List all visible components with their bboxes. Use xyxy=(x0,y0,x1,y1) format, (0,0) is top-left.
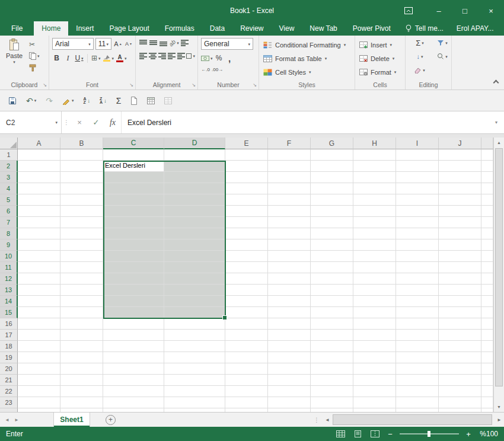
cell-C17[interactable] xyxy=(103,330,164,341)
sort-filter-button[interactable]: ▾ xyxy=(431,38,454,47)
cell-A5[interactable] xyxy=(18,194,60,206)
cell-F9[interactable] xyxy=(268,239,311,251)
top-align-button[interactable] xyxy=(139,38,148,47)
row-header-14[interactable]: 14 xyxy=(0,296,18,307)
name-box-dropdown-icon[interactable]: ▾ xyxy=(55,120,58,124)
cell-D23[interactable] xyxy=(164,397,225,408)
cell-A16[interactable] xyxy=(18,318,60,330)
column-header-j[interactable]: J xyxy=(439,138,481,149)
cell-B21[interactable] xyxy=(60,375,103,386)
cell-E13[interactable] xyxy=(225,285,268,296)
cell-B16[interactable] xyxy=(60,318,103,330)
print-area-button[interactable] xyxy=(160,94,177,108)
cell-B3[interactable] xyxy=(60,172,103,183)
accounting-format-button[interactable]: ▾ xyxy=(201,53,213,63)
orientation-button[interactable]: ab▾ xyxy=(169,38,179,47)
cell-H6[interactable] xyxy=(353,206,396,217)
cell-B11[interactable] xyxy=(60,262,103,273)
cell-A19[interactable] xyxy=(18,352,60,363)
share-button[interactable]: Share xyxy=(500,21,504,36)
cell-C6[interactable] xyxy=(103,206,164,217)
cell-A6[interactable] xyxy=(18,206,60,217)
horizontal-scrollbar[interactable]: ◄ ► xyxy=(323,413,504,427)
undo-button[interactable]: ↶▾ xyxy=(21,94,41,108)
number-format-select[interactable]: General▾ xyxy=(201,38,253,50)
cell-F16[interactable] xyxy=(268,318,311,330)
cell-G24[interactable] xyxy=(311,408,353,412)
middle-align-button[interactable] xyxy=(149,38,158,47)
cell-J20[interactable] xyxy=(439,363,481,375)
cell-D14[interactable] xyxy=(164,296,225,307)
cell-G12[interactable] xyxy=(311,273,353,285)
cell-F2[interactable] xyxy=(268,161,311,172)
cell-E4[interactable] xyxy=(225,183,268,194)
comma-style-button[interactable]: , xyxy=(225,53,234,63)
cell-J21[interactable] xyxy=(439,375,481,386)
cell-H23[interactable] xyxy=(353,397,396,408)
cell-E21[interactable] xyxy=(225,375,268,386)
cell-B10[interactable] xyxy=(60,251,103,262)
add-sheet-button[interactable]: + xyxy=(106,415,116,425)
format-painter-button[interactable] xyxy=(29,63,40,72)
cell-I18[interactable] xyxy=(396,341,439,352)
cell-J18[interactable] xyxy=(439,341,481,352)
cell-A13[interactable] xyxy=(18,285,60,296)
paste-button[interactable]: Paste ▾ xyxy=(3,38,25,80)
row-header-24[interactable] xyxy=(0,408,18,412)
tab-data[interactable]: Data xyxy=(202,21,232,36)
cell-D11[interactable] xyxy=(164,262,225,273)
cell-D18[interactable] xyxy=(164,341,225,352)
cell-B8[interactable] xyxy=(60,228,103,239)
cell-H19[interactable] xyxy=(353,352,396,363)
cell-D24[interactable] xyxy=(164,408,225,412)
zoom-level[interactable]: %100 xyxy=(478,430,498,438)
cell-B2[interactable] xyxy=(60,161,103,172)
cell-H11[interactable] xyxy=(353,262,396,273)
cell-H3[interactable] xyxy=(353,172,396,183)
cell-G10[interactable] xyxy=(311,251,353,262)
fill-color-button[interactable]: ▾ xyxy=(103,53,114,63)
cell-A21[interactable] xyxy=(18,375,60,386)
row-header-23[interactable]: 23 xyxy=(0,397,18,408)
cell-styles-button[interactable]: Cell Styles▾ xyxy=(262,65,352,79)
cell-B19[interactable] xyxy=(60,352,103,363)
cell-H20[interactable] xyxy=(353,363,396,375)
cell-I10[interactable] xyxy=(396,251,439,262)
cell-E1[interactable] xyxy=(225,149,268,161)
cell-J5[interactable] xyxy=(439,194,481,206)
cell-F11[interactable] xyxy=(268,262,311,273)
row-header-8[interactable]: 8 xyxy=(0,228,18,239)
cell-A4[interactable] xyxy=(18,183,60,194)
cell-C7[interactable] xyxy=(103,217,164,228)
cell-G9[interactable] xyxy=(311,239,353,251)
tab-new-tab[interactable]: New Tab xyxy=(302,21,344,36)
cell-D2[interactable] xyxy=(164,161,225,172)
row-header-5[interactable]: 5 xyxy=(0,194,18,206)
cell-A18[interactable] xyxy=(18,341,60,352)
cell-G20[interactable] xyxy=(311,363,353,375)
formula-bar-expand-button[interactable]: ▾ xyxy=(489,111,504,133)
cell-I1[interactable] xyxy=(396,149,439,161)
row-header-9[interactable]: 9 xyxy=(0,239,18,251)
cell-B13[interactable] xyxy=(60,285,103,296)
cell-D20[interactable] xyxy=(164,363,225,375)
cell-C23[interactable] xyxy=(103,397,164,408)
cell-A8[interactable] xyxy=(18,228,60,239)
tab-splitter-handle[interactable]: ⋮ xyxy=(314,413,320,427)
cell-E2[interactable] xyxy=(225,161,268,172)
cell-I2[interactable] xyxy=(396,161,439,172)
cell-F7[interactable] xyxy=(268,217,311,228)
cell-F10[interactable] xyxy=(268,251,311,262)
cell-H5[interactable] xyxy=(353,194,396,206)
format-cells-button[interactable]: Format▾ xyxy=(358,65,403,79)
cell-H24[interactable] xyxy=(353,408,396,412)
cell-A22[interactable] xyxy=(18,386,60,397)
row-header-7[interactable]: 7 xyxy=(0,217,18,228)
cell-F5[interactable] xyxy=(268,194,311,206)
cell-H2[interactable] xyxy=(353,161,396,172)
horizontal-scrollbar-thumb[interactable] xyxy=(333,414,492,425)
cell-B1[interactable] xyxy=(60,149,103,161)
page-break-view-button[interactable] xyxy=(369,429,381,439)
collapse-ribbon-button[interactable] xyxy=(493,80,499,86)
cell-C19[interactable] xyxy=(103,352,164,363)
